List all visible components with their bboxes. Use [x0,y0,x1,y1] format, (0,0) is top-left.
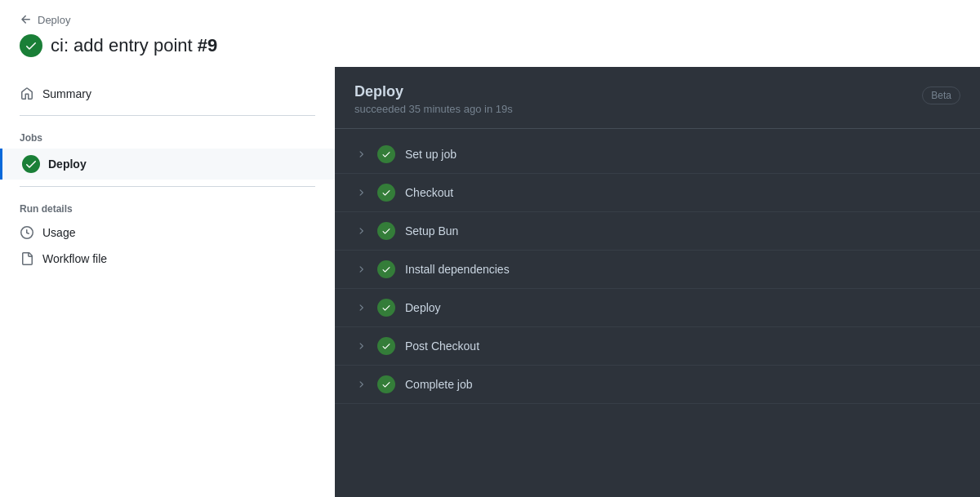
chevron-right-icon [354,264,368,274]
page-layout: Deploy ci: add entry point #9 [0,0,980,497]
arrow-left-icon [20,13,33,26]
clock-icon [20,225,34,240]
sidebar-item-summary[interactable]: Summary [0,80,335,109]
step-label: Install dependencies [405,263,510,276]
step-success-icon [377,337,395,355]
beta-badge: Beta [922,87,960,104]
chevron-right-icon [354,379,368,389]
step-success-icon [377,375,395,393]
workflow-file-label: Workflow file [42,252,107,265]
chevron-right-icon [354,303,368,313]
file-icon [20,251,34,266]
panel-header: Deploy succeeded 35 minutes ago in 19s B… [335,67,980,129]
step-item-post-checkout[interactable]: Post Checkout [335,327,980,366]
step-item-setup-bun[interactable]: Setup Bun [335,212,980,251]
run-details-section: Run details Usage Workflo [0,193,335,272]
step-item-install-dependencies[interactable]: Install dependencies [335,251,980,289]
sidebar-item-deploy[interactable]: Deploy [0,149,335,180]
step-label: Setup Bun [405,224,458,237]
chevron-right-icon [354,188,368,197]
jobs-section-label: Jobs [0,122,335,149]
usage-label: Usage [42,226,75,239]
deploy-success-icon [22,155,40,173]
back-label: Deploy [38,14,70,26]
page-header: Deploy ci: add entry point #9 [0,0,980,67]
chevron-right-icon [354,341,368,351]
sidebar: Summary Jobs Deploy Run details [0,67,335,497]
main-content: Summary Jobs Deploy Run details [0,67,980,497]
run-details-section-label: Run details [0,193,335,220]
step-item-complete-job[interactable]: Complete job [335,366,980,404]
step-success-icon [377,299,395,317]
step-item-set-up-job[interactable]: Set up job [335,135,980,174]
step-success-icon [377,145,395,163]
step-success-icon [377,222,395,240]
step-item-checkout[interactable]: Checkout [335,174,980,212]
right-panel: Deploy succeeded 35 minutes ago in 19s B… [335,67,980,497]
checkmark-icon [24,39,38,52]
title-text: ci: add entry point #9 [51,35,217,56]
sidebar-divider-1 [20,115,315,116]
page-title: ci: add entry point #9 [20,34,960,57]
step-label: Post Checkout [405,339,479,353]
checkmark-small-icon [24,158,38,171]
sidebar-divider-2 [20,186,315,187]
step-list: Set up job Checkout [335,129,980,410]
chevron-right-icon [354,149,368,159]
panel-subtitle: succeeded 35 minutes ago in 19s [354,103,513,115]
summary-label: Summary [42,87,91,100]
sidebar-item-usage[interactable]: Usage [0,220,335,246]
step-label: Set up job [405,148,457,161]
active-job-label: Deploy [48,158,87,171]
success-icon-large [20,34,42,57]
step-label: Deploy [405,301,441,314]
step-label: Complete job [405,378,473,391]
step-success-icon [377,260,395,278]
panel-header-info: Deploy succeeded 35 minutes ago in 19s [354,83,513,115]
chevron-right-icon [354,226,368,236]
step-item-deploy[interactable]: Deploy [335,289,980,327]
panel-title: Deploy [354,83,513,100]
home-icon [20,87,34,101]
back-link[interactable]: Deploy [20,13,960,26]
step-label: Checkout [405,186,453,199]
sidebar-item-workflow-file[interactable]: Workflow file [0,246,335,272]
step-success-icon [377,184,395,202]
